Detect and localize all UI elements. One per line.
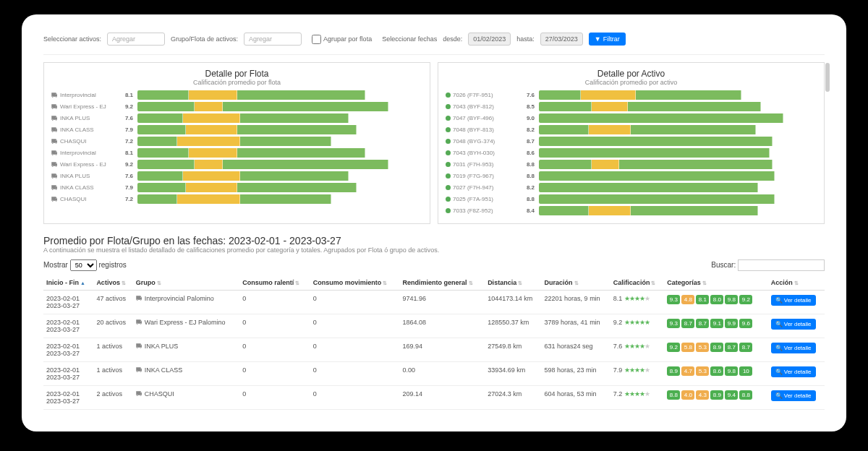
cell-mov: 0 [310, 362, 400, 386]
cell-mov: 0 [310, 386, 400, 410]
bar-segment [240, 137, 331, 146]
bar-segment [539, 90, 581, 100]
truck-icon: ⛟ [51, 173, 58, 180]
star-rating: ★★★★★ [624, 390, 650, 398]
cell-calif: 7.2 ★★★★★ [610, 386, 665, 410]
page-size-control: Mostrar 50 registros [43, 259, 127, 271]
scrollbar-thumb[interactable] [825, 63, 830, 92]
bar-segment [137, 137, 177, 146]
bar-track [539, 137, 817, 146]
cell-dist: 27549.8 km [485, 338, 541, 362]
ver-detalle-button[interactable]: 🔍Ver detalle [771, 390, 816, 401]
star-rating: ★★★★★ [624, 295, 650, 302]
cell-grupo: ⛟Interprovincial Palomino [133, 291, 240, 314]
status-dot-icon [446, 104, 451, 109]
bar-label: 7048 (BYF-813) [446, 126, 514, 133]
ver-detalle-button[interactable]: 🔍Ver detalle [771, 343, 816, 353]
cell-cats: 8.84.04.38.99.48.8 [664, 386, 767, 410]
bar-segment [539, 113, 783, 123]
bar-segment [137, 90, 189, 100]
bar-label: ⛟Interprovincial [51, 150, 113, 157]
cell-rend: 1864.08 [400, 314, 485, 338]
bar-label: ⛟CHASQUI [51, 138, 113, 145]
bar-track [539, 125, 817, 134]
table-header[interactable]: Duración⇅ [542, 275, 610, 291]
ver-detalle-button[interactable]: 🔍Ver detalle [771, 366, 816, 377]
category-badge: 8.8 [739, 390, 752, 400]
cell-cats: 9.38.78.79.19.99.6 [664, 314, 767, 338]
table-header[interactable]: Distancia⇅ [485, 275, 541, 291]
cell-grupo: ⛟INKA PLUS [133, 338, 240, 362]
page-size-select[interactable]: 50 [70, 259, 97, 271]
bar-label: ⛟INKA CLASS [51, 184, 113, 192]
bar-track [137, 160, 422, 169]
bar-value: 7.6 [519, 92, 535, 98]
category-badge: 8.7 [725, 343, 738, 352]
bar-segment [539, 148, 770, 158]
search-input[interactable] [738, 259, 825, 271]
table-header[interactable]: Activos⇅ [93, 275, 132, 291]
bar-track [137, 113, 422, 123]
truck-icon: ⛟ [51, 115, 58, 122]
input-hasta[interactable]: 27/03/2023 [540, 33, 583, 46]
table-header[interactable]: Rendimiento general⇅ [400, 275, 485, 291]
bar-value: 7.2 [117, 138, 133, 145]
bar-track [137, 194, 422, 204]
input-grupo[interactable]: Agregar [244, 33, 302, 46]
table-header[interactable]: Calificación⇅ [610, 275, 665, 291]
bar-label-text: INKA CLASS [60, 126, 94, 133]
mostrar-label: Mostrar [43, 261, 68, 269]
bar-segment [183, 171, 240, 181]
input-select-activos[interactable]: Agregar [107, 33, 165, 46]
ver-detalle-button[interactable]: 🔍Ver detalle [771, 295, 816, 306]
bar-segment [589, 206, 631, 215]
category-badge: 8.0 [710, 295, 723, 304]
category-badge: 8.7 [681, 319, 694, 328]
bar-row: ⛟Wari Express - EJ9.2 [51, 160, 422, 169]
cell-fecha: 2023-02-012023-03-27 [43, 338, 93, 362]
table-header[interactable]: Consumo movimiento⇅ [310, 275, 400, 291]
bar-label-text: CHASQUI [60, 196, 86, 202]
category-badge: 5.3 [696, 343, 709, 352]
bar-label: ⛟Wari Express - EJ [51, 161, 113, 168]
bar-track [539, 160, 817, 169]
ver-detalle-label: Ver detalle [784, 321, 812, 327]
bar-label: 7031 (F7H-953) [446, 161, 514, 168]
cell-ralenti: 0 [239, 362, 310, 386]
bar-segment [539, 206, 589, 215]
truck-icon: ⛟ [51, 150, 58, 157]
bar-track [539, 113, 817, 123]
cell-activos: 2 activos [93, 386, 132, 410]
panel-activo-title: Detalle por Activo [446, 69, 817, 79]
bar-row: 7047 (BYF-496)9.0 [446, 113, 817, 123]
category-badge: 9.8 [725, 366, 738, 376]
table-header[interactable]: Categorías⇅ [664, 275, 767, 291]
filtrar-button[interactable]: ▼ Filtrar [589, 33, 626, 46]
cell-dist: 33934.69 km [485, 362, 541, 386]
category-badge: 8.9 [710, 390, 723, 400]
table-header[interactable]: Consumo ralentí⇅ [239, 275, 310, 291]
input-desde[interactable]: 01/02/2023 [468, 33, 511, 46]
cell-ralenti: 0 [239, 338, 310, 362]
table-row: 2023-02-012023-03-271 activos⛟INKA CLASS… [43, 362, 825, 386]
bar-row: ⛟CHASQUI7.2 [51, 194, 422, 204]
bar-label-text: 7043 (BYH-030) [453, 150, 495, 156]
ver-detalle-label: Ver detalle [784, 392, 812, 399]
checkbox-agrupar[interactable]: Agrupar por flota [312, 35, 372, 44]
bar-value: 8.6 [519, 150, 535, 156]
search-icon: 🔍 [775, 345, 783, 351]
bar-value: 9.0 [519, 115, 535, 121]
category-badge: 8.1 [696, 295, 709, 304]
ver-detalle-button[interactable]: 🔍Ver detalle [771, 319, 816, 330]
bar-segment [237, 148, 365, 158]
table-header[interactable]: Inicio - Fin▲ [43, 275, 93, 291]
table-row: 2023-02-012023-03-271 activos⛟INKA PLUS0… [43, 338, 825, 362]
bar-segment [539, 137, 773, 146]
category-badge: 4.0 [681, 390, 694, 400]
bar-label-text: 7048 (BYF-813) [453, 126, 494, 133]
table-header[interactable]: Acción⇅ [768, 275, 825, 291]
table-header[interactable]: Grupo⇅ [133, 275, 240, 291]
checkbox-agrupar-box[interactable] [312, 35, 321, 44]
bar-label: 7043 (BYH-030) [446, 150, 514, 156]
category-badge: 4.3 [696, 390, 709, 400]
